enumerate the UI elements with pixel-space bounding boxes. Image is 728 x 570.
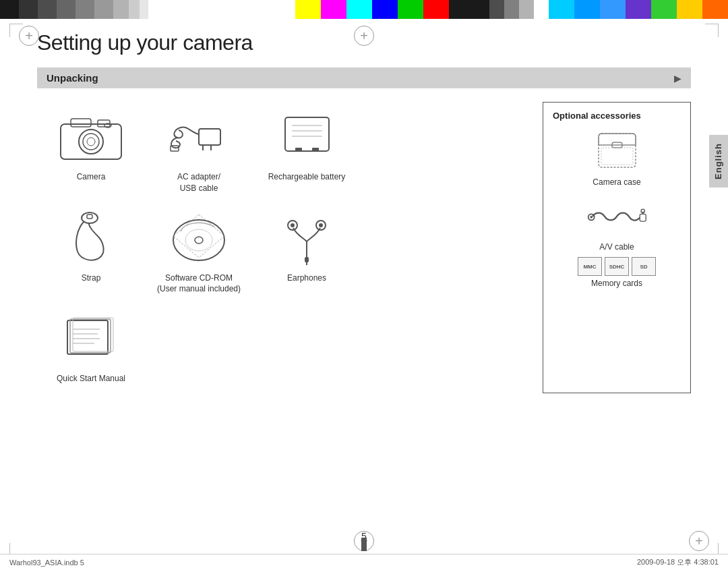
- camera-label: Camera: [77, 171, 106, 183]
- mmc-card: MMC: [578, 257, 602, 276]
- rechargeable-battery-icon: [270, 105, 344, 166]
- svg-rect-37: [601, 148, 633, 165]
- corner-line-top-right-v: [718, 24, 719, 37]
- section-header-title: Unpacking: [47, 72, 98, 84]
- ac-adapter-label: AC adapter/USB cable: [177, 171, 220, 194]
- optional-accessories-title: Optional accessories: [553, 111, 681, 121]
- svg-rect-11: [285, 117, 329, 151]
- optional-camera-case: Camera case: [553, 127, 681, 187]
- camera-case-label: Camera case: [593, 177, 640, 187]
- optional-accessories-box: Optional accessories Camera case: [543, 102, 691, 393]
- item-ac-adapter: AC adapter/USB cable: [145, 102, 253, 198]
- rechargeable-battery-label: Rechargeable battery: [268, 171, 346, 183]
- quick-start-manual-label: Quick Start Manual: [57, 373, 125, 384]
- svg-rect-4: [71, 119, 91, 127]
- av-cable-label: A/V cable: [599, 242, 634, 252]
- reg-mark-bottom-right: [689, 531, 709, 551]
- svg-rect-15: [295, 148, 302, 151]
- item-quick-start-manual: Quick Start Manual: [37, 304, 145, 388]
- svg-point-2: [83, 134, 99, 150]
- memory-cards-icons: MMC SDHC SD: [578, 257, 656, 276]
- top-bar-right-colors: [148, 0, 728, 19]
- language-tab: English: [709, 135, 728, 188]
- bottom-row: Quick Start Manual: [37, 304, 543, 388]
- ac-adapter-icon: [162, 105, 236, 166]
- svg-rect-40: [640, 214, 646, 221]
- camera-case-icon: [586, 127, 647, 175]
- corner-line-top-left-v: [9, 24, 10, 37]
- sd-card: SD: [632, 257, 656, 276]
- item-software-cd: Software CD-ROM(User manual included): [145, 203, 253, 299]
- footer-left: Warhol93_ASIA.indb 5: [9, 559, 84, 567]
- section-header: Unpacking ▶: [37, 67, 691, 88]
- earphones-icon: [270, 206, 344, 267]
- optional-memory-cards: MMC SDHC SD Memory cards: [553, 257, 681, 288]
- items-row-1: Camera: [37, 102, 543, 198]
- svg-rect-29: [67, 320, 108, 354]
- svg-rect-7: [199, 129, 220, 145]
- main-content: Setting up your camera Unpacking ▶: [37, 30, 691, 543]
- earphones-label: Earphones: [287, 273, 326, 284]
- footer-right: 2009-09-18 오후 4:38:01: [637, 557, 719, 567]
- footer-bar: Warhol93_ASIA.indb 5 2009-09-18 오후 4:38:…: [0, 554, 728, 570]
- corner-line-top-left-h: [9, 24, 23, 24]
- av-cable-icon: [586, 192, 647, 239]
- software-cd-icon: [162, 206, 236, 267]
- corner-line-top-right-h: [705, 24, 719, 24]
- software-cd-label: Software CD-ROM(User manual included): [157, 273, 241, 295]
- svg-rect-18: [87, 215, 92, 219]
- svg-point-21: [185, 229, 212, 251]
- svg-rect-16: [312, 148, 319, 151]
- item-strap: Strap: [37, 203, 145, 299]
- sdhc-card: SDHC: [605, 257, 629, 276]
- page-indicator-bar: [361, 538, 367, 551]
- items-grid: Camera: [37, 102, 691, 393]
- item-earphones: Earphones: [253, 203, 361, 299]
- quick-start-manual-icon: [54, 307, 128, 368]
- svg-point-24: [291, 223, 295, 227]
- top-bar-left-grays: [0, 0, 148, 19]
- svg-point-20: [195, 237, 203, 244]
- svg-point-39: [590, 216, 593, 219]
- strap-icon: [54, 206, 128, 267]
- top-color-bar: [0, 0, 728, 19]
- item-camera: Camera: [37, 102, 145, 198]
- svg-point-19: [173, 220, 224, 260]
- optional-av-cable: A/V cable: [553, 192, 681, 252]
- page-title: Setting up your camera: [37, 30, 691, 55]
- items-row-2: Strap: [37, 203, 543, 299]
- svg-rect-27: [305, 257, 309, 262]
- section-header-arrow: ▶: [674, 73, 681, 84]
- svg-rect-30: [70, 319, 111, 353]
- strap-label: Strap: [82, 273, 101, 284]
- item-rechargeable-battery: Rechargeable battery: [253, 102, 361, 198]
- memory-cards-label: Memory cards: [591, 279, 642, 288]
- reg-mark-top-left: [19, 26, 39, 46]
- camera-icon: [54, 105, 128, 166]
- items-left: Camera: [37, 102, 543, 393]
- svg-point-3: [87, 138, 95, 146]
- svg-point-26: [319, 223, 323, 227]
